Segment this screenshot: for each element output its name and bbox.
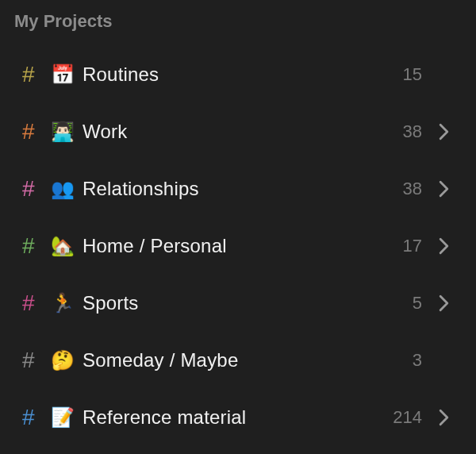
project-emoji: 👥 (51, 178, 83, 200)
section-header[interactable]: My Projects (0, 0, 476, 40)
project-label: Someday / Maybe (83, 349, 390, 371)
hash-icon: # (22, 290, 51, 316)
project-label: Reference material (83, 406, 390, 429)
project-item-home[interactable]: # 🏡 Home / Personal 17 (0, 217, 476, 275)
project-count: 38 (390, 121, 422, 142)
hash-icon: # (22, 176, 51, 202)
hash-icon: # (22, 348, 51, 373)
project-label: Sports (83, 292, 390, 314)
project-count: 17 (390, 236, 422, 256)
project-item-reference[interactable]: # 📝 Reference material 214 (0, 389, 476, 446)
project-item-someday[interactable]: # 🤔 Someday / Maybe 3 (0, 332, 476, 389)
project-count: 3 (390, 350, 422, 371)
hash-icon: # (22, 119, 51, 144)
chevron-right-icon[interactable] (425, 294, 462, 312)
project-emoji: 📅 (51, 63, 83, 86)
project-count: 5 (390, 293, 422, 314)
hash-icon: # (22, 405, 51, 430)
project-count: 15 (390, 64, 422, 85)
project-item-sports[interactable]: # 🏃 Sports 5 (0, 275, 476, 332)
project-emoji: 🤔 (51, 349, 83, 371)
project-emoji: 📝 (51, 406, 83, 429)
project-item-work[interactable]: # 👨🏻‍💻 Work 38 (0, 103, 476, 160)
chevron-right-icon[interactable] (425, 180, 462, 198)
project-count: 214 (390, 407, 422, 428)
project-item-routines[interactable]: # 📅 Routines 15 (0, 46, 476, 103)
project-count: 38 (390, 179, 422, 199)
project-label: Routines (83, 63, 390, 86)
project-label: Home / Personal (83, 235, 390, 257)
project-emoji: 🏃 (51, 292, 83, 314)
project-item-relationships[interactable]: # 👥 Relationships 38 (0, 160, 476, 217)
chevron-right-icon[interactable] (425, 123, 462, 140)
project-label: Work (83, 121, 390, 143)
project-list: # 📅 Routines 15 # 👨🏻‍💻 Work 38 # 👥 Relat… (0, 40, 476, 452)
project-label: Relationships (83, 178, 390, 200)
chevron-right-icon[interactable] (425, 409, 462, 426)
hash-icon: # (22, 233, 51, 259)
hash-icon: # (22, 62, 51, 87)
project-emoji: 🏡 (51, 235, 83, 257)
project-emoji: 👨🏻‍💻 (51, 121, 83, 143)
chevron-right-icon[interactable] (425, 237, 462, 255)
